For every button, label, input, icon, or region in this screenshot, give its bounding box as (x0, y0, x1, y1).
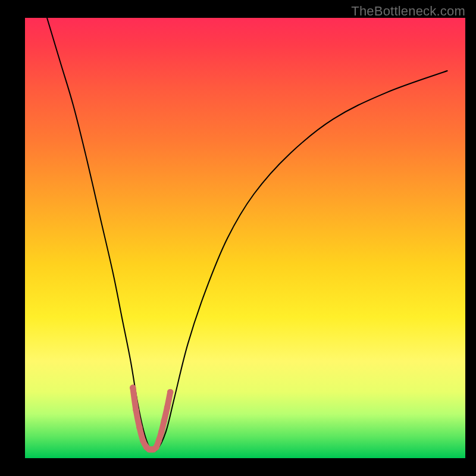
marker-dot (158, 428, 165, 435)
marker-dot (167, 389, 174, 396)
marker-dot (164, 405, 171, 411)
series-container (47, 18, 447, 452)
marker-dot (153, 444, 159, 450)
marker-dot (140, 437, 146, 444)
plot-area (25, 18, 465, 458)
marker-dot (130, 384, 136, 391)
chart-frame: TheBottleneck.com (0, 0, 476, 476)
marker-dot (136, 424, 143, 431)
marker-dot (156, 437, 162, 444)
series-bottleneck-curve (47, 18, 447, 452)
marker-dot (133, 406, 139, 413)
marker-dot (161, 418, 168, 424)
chart-svg (25, 18, 465, 458)
watermark-text: TheBottleneck.com (351, 4, 465, 19)
